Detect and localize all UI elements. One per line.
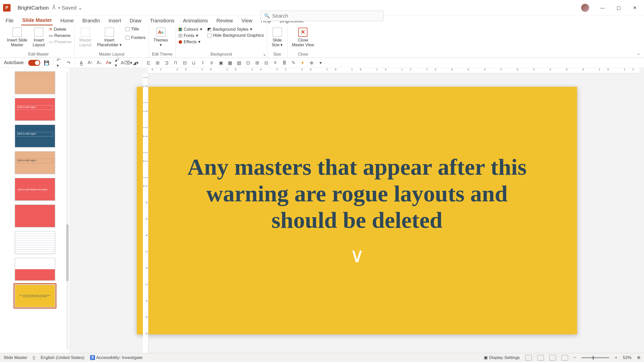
align-objects-button[interactable]: ≡	[272, 60, 278, 66]
layout-thumbnail[interactable]: Click to edit region	[15, 98, 55, 121]
clear-formatting-button[interactable]: A⌫▾	[124, 60, 129, 66]
align-to-slide-button[interactable]: ▣	[218, 60, 224, 66]
align-center-h-button[interactable]: ⊞	[155, 60, 160, 66]
delete-label: Delete	[54, 27, 66, 32]
accessibility-status[interactable]: ♿ Accessibility: Investigate	[90, 355, 142, 360]
layout-thumbnail[interactable]: Click to edit Master text styles	[15, 178, 55, 201]
format-painter-button[interactable]: 🖌▾	[115, 60, 120, 66]
restore-button[interactable]: ▢	[611, 2, 626, 14]
bring-forward-button[interactable]: ▦	[227, 60, 233, 66]
zoom-slider[interactable]	[582, 357, 609, 358]
fit-to-window-button[interactable]: ⊕	[637, 355, 640, 360]
display-settings-button[interactable]: ▣ Display Settings	[484, 355, 520, 360]
thumbnail-panel[interactable]: Click to edit region Click to edit regio…	[0, 68, 70, 353]
insert-slide-master-button[interactable]: Insert Slide Master	[6, 27, 29, 48]
slideshow-view-button[interactable]	[561, 355, 568, 360]
tab-slide-master[interactable]: Slide Master	[21, 16, 53, 25]
ungroup-button[interactable]: ⊞	[254, 60, 260, 66]
align-right-button[interactable]: ⊐	[164, 60, 169, 66]
close-window-button[interactable]: ✕	[627, 2, 642, 14]
decrease-font-button[interactable]: A↓	[97, 60, 102, 66]
tab-transitions[interactable]: Transitions	[149, 16, 175, 25]
tab-brandin[interactable]: BrandIn	[81, 16, 101, 25]
layout-thumbnail[interactable]	[15, 71, 55, 94]
increase-font-button[interactable]: A↑	[88, 60, 93, 66]
align-middle-button[interactable]: ⊟	[182, 60, 187, 66]
thumb-text: Any masters that appear after this warni…	[15, 285, 55, 307]
layout-thumbnail[interactable]: Click to edit region	[15, 151, 55, 174]
slide[interactable]: Any masters that appear after this warni…	[137, 87, 577, 334]
layout-thumbnail[interactable]: Click to edit region	[15, 125, 55, 147]
colours-button[interactable]: Colours ▾	[179, 27, 202, 32]
footers-checkbox[interactable]: Footers	[126, 35, 146, 40]
share-indicator-icon[interactable]: ᐰ	[52, 5, 55, 11]
zoom-out-button[interactable]: −	[574, 355, 576, 360]
slide-sorter-view-button[interactable]	[537, 355, 544, 360]
notes-icon[interactable]: ▯	[33, 355, 35, 360]
status-language[interactable]: English (United States)	[41, 355, 84, 360]
align-bottom-button[interactable]: ⊔	[191, 60, 196, 66]
tab-insert[interactable]: Insert	[107, 16, 122, 25]
align-top-button[interactable]: ⊓	[173, 60, 178, 66]
shape-fill-button[interactable]: ◢▾	[133, 60, 138, 66]
reading-view-button[interactable]	[549, 355, 556, 360]
tab-file[interactable]: File	[5, 16, 15, 25]
send-backward-button[interactable]: ▧	[236, 60, 242, 66]
animation-painter-button[interactable]: ✦	[300, 60, 305, 66]
slide-canvas-area[interactable]: 32 30 28 26 24 22 20 18 16 14 12 10 8 6 …	[70, 68, 644, 353]
qat-more-button[interactable]: ⊕	[309, 60, 314, 66]
close-icon: ✕	[298, 28, 307, 37]
vertical-ruler: 18 16 14 12 10 8 6 4 2 0 2 4 6 8 10 12 1…	[143, 73, 148, 353]
layout-thumbnail[interactable]	[15, 231, 55, 254]
search-input[interactable]	[272, 13, 380, 19]
redo-button[interactable]: ↷	[66, 60, 71, 66]
master-layout-label: Master Layout	[79, 38, 92, 47]
thumbnail-scrollbar[interactable]	[66, 69, 69, 352]
font-color-button[interactable]: A▾	[106, 60, 111, 66]
rename-button[interactable]: ▭Rename	[49, 33, 71, 38]
slide-warning-text[interactable]: Any masters that appear after this warni…	[181, 154, 533, 234]
insert-layout-button[interactable]: Insert Layout	[31, 27, 46, 48]
layout-thumbnail-selected[interactable]: Any masters that appear after this warni…	[15, 285, 55, 307]
background-styles-button[interactable]: ◩Background Styles ▾	[207, 27, 264, 32]
tab-review[interactable]: Review	[215, 16, 234, 25]
zoom-in-button[interactable]: +	[615, 355, 617, 360]
themes-button[interactable]: AaThemes▾	[152, 27, 170, 48]
zoom-level[interactable]: 52%	[623, 355, 631, 360]
delete-button[interactable]: ✕Delete	[49, 27, 71, 32]
autosave-toggle[interactable]	[28, 60, 40, 66]
background-dialog-launcher[interactable]: ↘	[263, 53, 266, 57]
effects-button[interactable]: Effects ▾	[179, 39, 202, 44]
qat-customize-button[interactable]: ▾	[318, 60, 323, 66]
tab-draw[interactable]: Draw	[129, 16, 143, 25]
workspace: Click to edit region Click to edit regio…	[0, 68, 644, 353]
collapse-ribbon-button[interactable]: ⌄	[637, 51, 640, 56]
close-master-view-button[interactable]: ✕Close Master View	[291, 27, 316, 48]
title-checkbox[interactable]: Title	[126, 27, 146, 32]
fonts-button[interactable]: AFonts ▾	[179, 33, 202, 38]
tab-animations[interactable]: Animations	[182, 16, 209, 25]
insert-placeholder-button[interactable]: Insert Placeholder ▾	[96, 27, 123, 48]
distribute-h-button[interactable]: ⫴	[200, 60, 206, 66]
undo-button[interactable]: ↶ ▾	[57, 60, 62, 66]
tab-home[interactable]: Home	[59, 16, 75, 25]
account-avatar[interactable]	[581, 4, 589, 12]
slide-size-button[interactable]: Slide Size ▾	[270, 27, 284, 48]
group-button[interactable]: ⊡	[245, 60, 251, 66]
minimize-button[interactable]: —	[595, 2, 610, 14]
layout-thumbnail[interactable]	[15, 258, 55, 281]
layout-thumbnail[interactable]	[15, 205, 55, 227]
eyedropper-button[interactable]: ✎	[291, 60, 296, 66]
save-button[interactable]: 💾	[44, 60, 49, 66]
tab-view[interactable]: View	[240, 16, 253, 25]
hide-background-graphics-checkbox[interactable]: Hide Background Graphics	[207, 33, 264, 38]
save-status[interactable]: • Saved ⌄	[58, 5, 83, 11]
distribute-v-button[interactable]: ⫼	[209, 60, 215, 66]
text-box-button[interactable]: A̲	[78, 60, 84, 66]
align-text-button[interactable]: ≣	[281, 60, 287, 66]
search-box[interactable]: 🔍	[260, 11, 384, 21]
selection-pane-button[interactable]: ⊟	[263, 60, 269, 66]
align-left-button[interactable]: ⊏	[146, 60, 151, 66]
normal-view-button[interactable]	[525, 355, 532, 360]
document-name[interactable]: BrightCarbon	[18, 5, 49, 11]
